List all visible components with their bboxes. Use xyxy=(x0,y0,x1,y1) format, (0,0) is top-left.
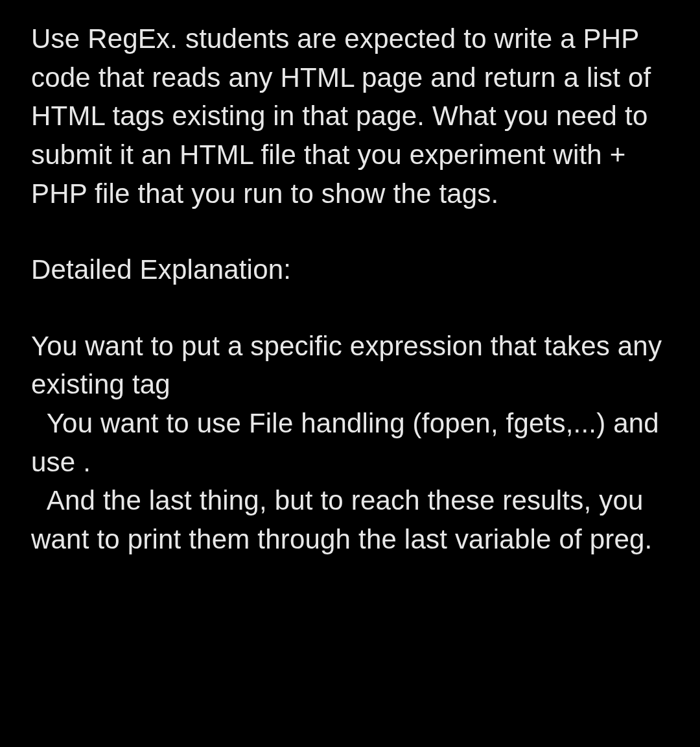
detail-paragraph: You want to put a specific expression th… xyxy=(31,327,669,559)
section-heading: Detailed Explanation: xyxy=(31,250,669,289)
intro-paragraph: Use RegEx. students are expected to writ… xyxy=(31,19,669,213)
